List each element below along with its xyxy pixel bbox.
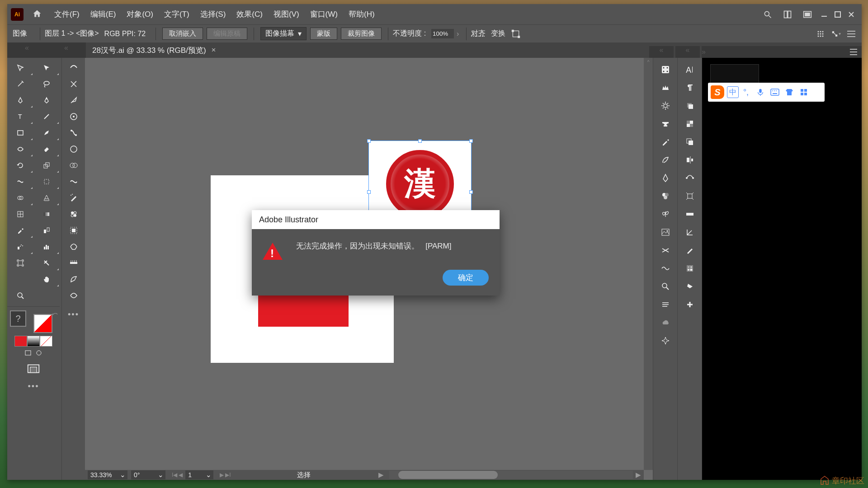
ime-skin-icon[interactable] — [782, 85, 797, 99]
panel-sun-icon[interactable] — [653, 97, 677, 115]
panel-landscape-icon[interactable] — [653, 223, 677, 241]
panel-align2-icon[interactable] — [678, 151, 702, 169]
panel-menu-icon[interactable] — [846, 29, 856, 39]
aux-tool-4[interactable] — [62, 108, 85, 125]
menu-type[interactable]: 文字(T) — [159, 9, 195, 19]
panel-arrow-corner-icon[interactable] — [678, 223, 702, 241]
opacity-input[interactable] — [431, 29, 454, 38]
ime-punct-icon[interactable]: °, — [739, 85, 753, 99]
home-icon[interactable] — [33, 9, 43, 20]
aux-tool-9[interactable] — [62, 190, 85, 206]
vertical-scrollbar[interactable]: ^ — [644, 58, 653, 470]
menu-select[interactable]: 选择(S) — [195, 9, 231, 19]
aux-tool-12[interactable] — [62, 239, 85, 255]
transform-button[interactable]: 变换 — [491, 29, 505, 38]
free-transform-tool[interactable] — [33, 174, 60, 190]
rectangle-tool[interactable] — [7, 125, 33, 141]
panel-collapse-2[interactable]: « — [675, 46, 700, 58]
color-swatch-gradient[interactable] — [27, 336, 40, 347]
grid-icon[interactable] — [816, 29, 826, 39]
zoom-dropdown[interactable]: ⌄ — [118, 470, 127, 479]
selection-tool[interactable] — [7, 60, 33, 76]
panel-search-icon[interactable] — [653, 277, 677, 296]
aux-edit-icon[interactable]: ••• — [68, 310, 79, 319]
panel-lines-icon[interactable] — [653, 296, 677, 314]
lasso-tool[interactable] — [33, 76, 60, 92]
slice-tool[interactable] — [33, 255, 60, 271]
panel-wave-icon[interactable] — [653, 259, 677, 277]
screen-mode-icon[interactable] — [24, 349, 32, 358]
menu-object[interactable]: 对象(O) — [121, 9, 159, 19]
arrange-documents-icon[interactable] — [782, 9, 793, 20]
scale-tool[interactable] — [33, 157, 60, 174]
line-tool[interactable] — [33, 108, 60, 125]
hand-tool-2[interactable] — [33, 271, 60, 287]
edit-toolbar-icon[interactable]: ••• — [28, 382, 39, 391]
aux-tool-13[interactable] — [62, 255, 85, 271]
mask-button[interactable]: 蒙版 — [310, 28, 337, 40]
rotation-dropdown[interactable]: ⌄ — [156, 470, 165, 479]
rotate-tool[interactable] — [7, 157, 33, 174]
ime-keyboard-icon[interactable] — [768, 85, 782, 99]
panel-butterfly-icon[interactable] — [653, 205, 677, 223]
panel-transparency-icon[interactable] — [678, 115, 702, 133]
ime-toolbar[interactable]: S 中 °, — [708, 83, 825, 102]
workspace-switcher-icon[interactable] — [802, 9, 813, 20]
direct-selection-tool[interactable] — [33, 60, 60, 76]
crop-image-button[interactable]: 裁剪图像 — [341, 28, 382, 40]
rotation-input[interactable] — [131, 470, 156, 479]
aux-tool-10[interactable] — [62, 206, 85, 222]
panel-brush-icon[interactable] — [653, 133, 677, 151]
toolbox-collapse-header[interactable]: «« — [7, 42, 86, 58]
shape-builder-tool[interactable] — [7, 190, 33, 206]
menu-view[interactable]: 视图(V) — [268, 9, 305, 19]
last-artboard-button[interactable]: ▶I — [225, 472, 231, 478]
close-button[interactable] — [844, 9, 858, 20]
prev-artboard-button[interactable]: ◀ — [179, 472, 183, 478]
ime-lang-button[interactable]: 中 — [727, 86, 739, 98]
width-tool[interactable] — [7, 174, 33, 190]
panel-cross-lines-icon[interactable] — [653, 241, 677, 259]
aux-tool-6[interactable] — [62, 141, 85, 157]
panel-paragraph-icon[interactable] — [678, 79, 702, 97]
search-icon[interactable] — [762, 9, 773, 20]
panel-circles-icon[interactable] — [653, 187, 677, 205]
perspective-grid-tool[interactable] — [33, 190, 60, 206]
magic-wand-tool[interactable] — [7, 76, 33, 92]
next-artboard-button[interactable]: ▶ — [220, 472, 224, 478]
artboard-number-input[interactable] — [185, 470, 203, 479]
type-tool[interactable]: T — [7, 108, 33, 125]
dialog-ok-button[interactable]: 确定 — [443, 270, 489, 286]
minimize-button[interactable] — [817, 9, 831, 20]
shaper-tool[interactable] — [7, 141, 33, 157]
draw-mode-icon[interactable] — [35, 349, 42, 358]
panel-paint-icon[interactable] — [678, 277, 702, 296]
ime-voice-icon[interactable] — [753, 85, 768, 99]
isolate-icon[interactable] — [511, 29, 521, 39]
ime-menu-icon[interactable] — [797, 85, 811, 99]
blend-tool[interactable] — [33, 222, 60, 239]
aux-tool-15[interactable] — [62, 287, 85, 304]
panel-brush2-icon[interactable] — [678, 241, 702, 259]
panel-collapse-3[interactable]: » — [702, 46, 862, 58]
aux-tool-5[interactable] — [62, 125, 85, 141]
curvature-tool[interactable] — [33, 92, 60, 108]
first-artboard-button[interactable]: I◀ — [172, 472, 177, 478]
panel-plus-icon[interactable] — [678, 296, 702, 314]
zoom-tool[interactable] — [7, 287, 33, 304]
eraser-tool[interactable] — [33, 141, 60, 157]
column-graph-tool[interactable] — [33, 239, 60, 255]
panel-anvil-icon[interactable] — [653, 115, 677, 133]
aux-tool-7[interactable] — [62, 157, 85, 174]
symbol-sprayer-tool[interactable] — [7, 239, 33, 255]
panel-pen-icon[interactable] — [653, 169, 677, 187]
color-swatch-red[interactable] — [14, 336, 27, 347]
pen-tool[interactable] — [7, 92, 33, 108]
aux-tool-2[interactable] — [62, 76, 85, 92]
gradient-tool[interactable] — [33, 206, 60, 222]
menu-edit[interactable]: 编辑(E) — [85, 9, 122, 19]
mesh-tool[interactable] — [7, 206, 33, 222]
unembed-button[interactable]: 取消嵌入 — [162, 28, 203, 40]
aux-tool-14[interactable] — [62, 271, 85, 287]
aux-tool-1[interactable] — [62, 60, 85, 76]
